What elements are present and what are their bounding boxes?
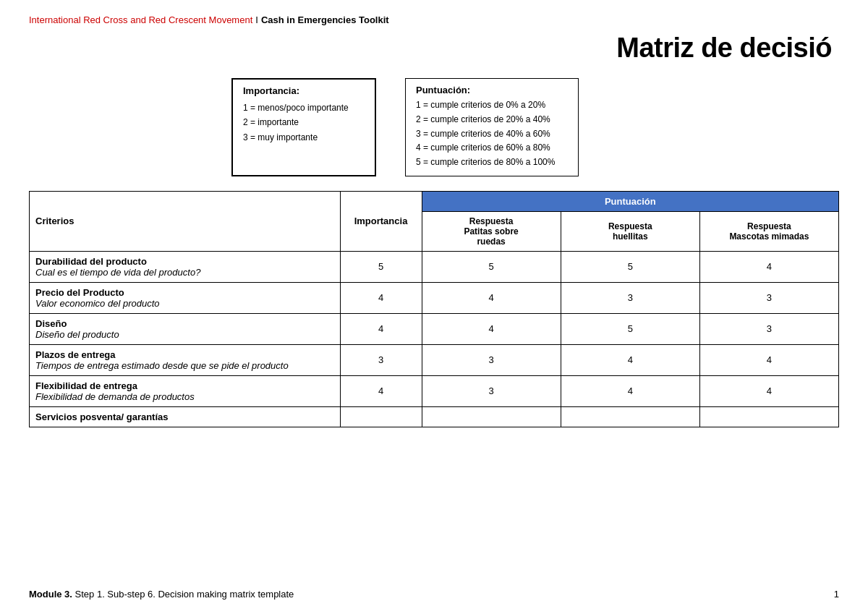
cell-col1-1: 4: [422, 282, 561, 313]
legend-importancia: Importancia: 1 = menos/poco importante 2…: [231, 78, 376, 176]
criteria-bold-5: Servicios posventa/ garantías: [35, 412, 169, 422]
cell-col1-3: 3: [422, 344, 561, 375]
legend-importancia-item-2: 2 = importante: [243, 115, 365, 129]
footer-module: Module 3.: [29, 589, 72, 600]
page-title: Matriz de decisió: [616, 33, 832, 63]
criteria-bold-2: Diseño: [35, 318, 67, 329]
th-col2: Respuesta huellitas: [561, 211, 699, 251]
criteria-bold-1: Precio del Producto: [35, 287, 124, 298]
legend-puntuacion: Puntuación: 1 = cumple criterios de 0% a…: [405, 78, 579, 176]
cell-importancia-2: 4: [340, 313, 422, 344]
th-puntuacion: Puntuación: [422, 191, 838, 211]
footer: Module 3. Step 1. Sub-step 6. Decision m…: [29, 589, 839, 600]
criteria-bold-0: Durabilidad del producto: [35, 256, 147, 267]
cell-col3-5: [699, 406, 838, 427]
main-table-wrapper: Criterios Importancia Puntuación Respues…: [29, 191, 839, 427]
cell-importancia-1: 4: [340, 282, 422, 313]
cell-importancia-4: 4: [340, 375, 422, 406]
th-col1: Respuesta Patitas sobre ruedas: [422, 211, 561, 251]
cell-criteria-5: Servicios posventa/ garantías: [30, 406, 341, 427]
table-row: Plazos de entregaTiempos de entrega esti…: [30, 344, 839, 375]
cell-criteria-1: Precio del ProductoValor economico del p…: [30, 282, 341, 313]
cell-col1-2: 4: [422, 313, 561, 344]
cell-criteria-0: Durabilidad del productoCual es el tiemp…: [30, 251, 341, 282]
legend-importancia-item-1: 1 = menos/poco importante: [243, 101, 365, 115]
header: International Red Cross and Red Crescent…: [29, 14, 839, 25]
cell-importancia-5: [340, 406, 422, 427]
table-row: Servicios posventa/ garantías: [30, 406, 839, 427]
cell-col2-4: 4: [561, 375, 699, 406]
cell-criteria-4: Flexibilidad de entregaFlexibilidad de d…: [30, 375, 341, 406]
legend-puntuacion-title: Puntuación:: [416, 85, 568, 95]
cell-col2-5: [561, 406, 699, 427]
table-row: Flexibilidad de entregaFlexibilidad de d…: [30, 375, 839, 406]
table-row: Precio del ProductoValor economico del p…: [30, 282, 839, 313]
cell-col3-3: 4: [699, 344, 838, 375]
criteria-italic-4: Flexibilidad de demanda de productos: [35, 391, 195, 402]
cell-col1-4: 3: [422, 375, 561, 406]
cell-col3-1: 3: [699, 282, 838, 313]
criteria-italic-3: Tiempos de entrega estimado desde que se…: [35, 360, 289, 371]
footer-page: 1: [834, 589, 839, 600]
legend-puntuacion-item-1: 1 = cumple criterios de 0% a 20%: [416, 98, 568, 113]
cell-criteria-3: Plazos de entregaTiempos de entrega esti…: [30, 344, 341, 375]
cell-col2-0: 5: [561, 251, 699, 282]
cell-importancia-0: 5: [340, 251, 422, 282]
th-criterios: Criterios: [30, 191, 341, 251]
cell-col3-0: 4: [699, 251, 838, 282]
legend-puntuacion-item-4: 4 = cumple criterios de 60% a 80%: [416, 141, 568, 155]
footer-left: Module 3. Step 1. Sub-step 6. Decision m…: [29, 589, 294, 600]
page-title-container: Matriz de decisió: [29, 33, 839, 64]
criteria-bold-4: Flexibilidad de entrega: [35, 380, 137, 391]
criteria-italic-1: Valor economico del producto: [35, 298, 160, 309]
cell-col1-0: 5: [422, 251, 561, 282]
header-org: International Red Cross and Red Crescent…: [29, 14, 252, 25]
table-row: Durabilidad del productoCual es el tiemp…: [30, 251, 839, 282]
header-toolkit: Cash in Emergencies Toolkit: [261, 14, 389, 25]
th-importancia: Importancia: [340, 191, 422, 251]
cell-importancia-3: 3: [340, 344, 422, 375]
cell-col2-3: 4: [561, 344, 699, 375]
th-col3: Respuesta Mascotas mimadas: [699, 211, 838, 251]
footer-text: Step 1. Sub-step 6. Decision making matr…: [72, 589, 294, 600]
cell-col2-1: 3: [561, 282, 699, 313]
legend-wrapper: Importancia: 1 = menos/poco importante 2…: [29, 78, 839, 176]
cell-col2-2: 5: [561, 313, 699, 344]
table-row: DiseñoDiseño del producto4453: [30, 313, 839, 344]
criteria-bold-3: Plazos de entrega: [35, 349, 116, 360]
legend-puntuacion-item-2: 2 = cumple criterios de 20% a 40%: [416, 113, 568, 127]
cell-col1-5: [422, 406, 561, 427]
header-separator: I: [255, 14, 258, 25]
cell-col3-2: 3: [699, 313, 838, 344]
legend-puntuacion-item-5: 5 = cumple criterios de 80% a 100%: [416, 155, 568, 170]
decision-matrix: Criterios Importancia Puntuación Respues…: [29, 191, 839, 427]
criteria-italic-0: Cual es el tiempo de vida del producto?: [35, 267, 200, 278]
legend-importancia-title: Importancia:: [243, 85, 365, 96]
cell-col3-4: 4: [699, 375, 838, 406]
legend-importancia-item-3: 3 = muy importante: [243, 130, 365, 145]
cell-criteria-2: DiseñoDiseño del producto: [30, 313, 341, 344]
legend-puntuacion-item-3: 3 = cumple criterios de 40% a 60%: [416, 127, 568, 142]
criteria-italic-2: Diseño del producto: [35, 329, 119, 340]
